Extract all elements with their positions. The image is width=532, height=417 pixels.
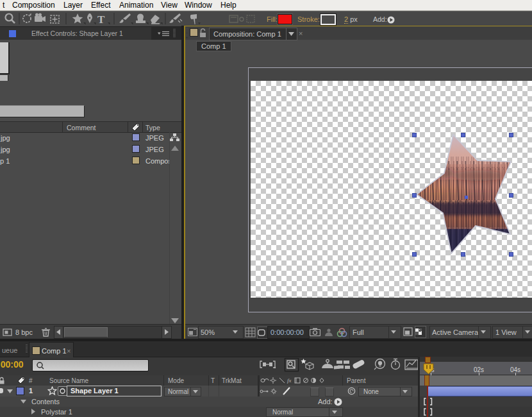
svg-text:fx: fx [287, 377, 292, 384]
svg-text:T: T [97, 13, 105, 26]
